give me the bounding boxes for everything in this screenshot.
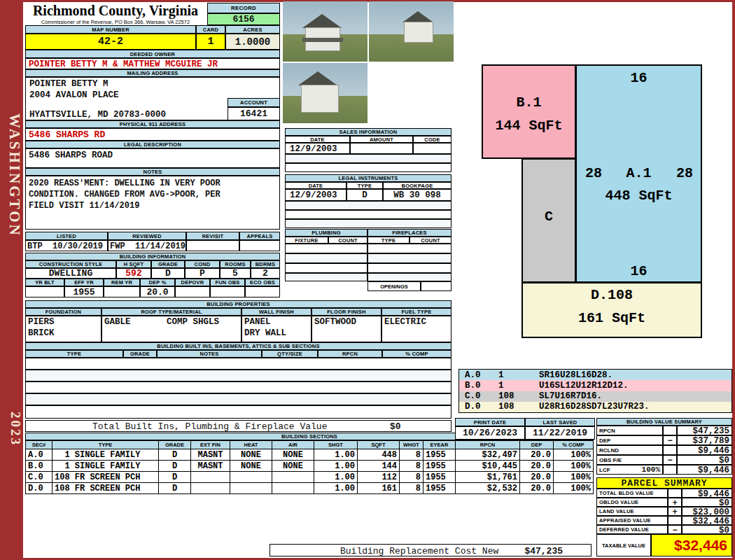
cell: NONE [272, 449, 314, 461]
mailing-line-2: 2004 AVALON PLACE [29, 90, 119, 100]
fuel-type-value: ELECTRIC [382, 316, 451, 328]
physical-address-value: 5486 SHARPS RD [25, 128, 280, 141]
legend-num: 108 [498, 391, 539, 401]
plumbing-empty-row [285, 263, 368, 273]
remyr-label: REM YR [104, 279, 140, 286]
roof-box: GABLE COMP SHGLS [102, 316, 241, 342]
legend-trace: SL7U16R7D16. [539, 391, 602, 401]
cell: D [159, 461, 191, 472]
cell: $32,497 [456, 449, 520, 461]
wall-finish-box: PANEL DRY WALL [241, 316, 312, 342]
ps-label-text: TOTAL BLDG VALUE [599, 490, 654, 496]
plumbing-fixture-label: FIXTURE [285, 237, 328, 244]
section-row-b: B.0 1 SINGLE FAMILY D MASNT NONE NONE 1.… [26, 461, 594, 472]
property-photo-rear[interactable] [283, 63, 368, 123]
plumbing-empty-row [285, 273, 368, 281]
vs-rclnd-label: RCLND [596, 445, 663, 455]
record-value: 6156 [207, 13, 280, 25]
vs-obs-label: OBS F/E [596, 455, 663, 465]
ps-total-bldg-value: $9,446 [682, 489, 732, 498]
vs-label-text: RPCN [599, 428, 615, 434]
sales-row-code [413, 143, 451, 154]
cell: 1955 [424, 449, 456, 461]
reviewed-label: REVIEWED [108, 232, 186, 240]
replacement-cost-label: Building Replacement Cost New [340, 546, 498, 556]
cell [272, 472, 314, 483]
foundation-label: FOUNDATION [25, 308, 102, 316]
building-properties-title: BUILDING PROPERTIES [25, 300, 451, 308]
bdrms-label: BDRMS [251, 260, 280, 268]
cell: 112 [358, 472, 400, 483]
built-ins-qty-label: QTY/SIZE [262, 350, 318, 358]
section-row-c: C.0 108 FR SCREEN PCH D 1.00 112 8 1955 … [26, 472, 594, 483]
cell: 108 FR SCREEN PCH [52, 472, 159, 483]
cell: 20.0 [520, 483, 554, 494]
vs-obs-op: − [663, 455, 677, 465]
built-ins-total-value: $0 [390, 421, 401, 432]
section-row-d: D.0 108 FR SCREEN PCH D 1.00 161 8 1955 … [26, 483, 594, 494]
fuel-type-box: ELECTRIC [382, 316, 451, 342]
cell: 1.00 [314, 461, 358, 472]
grade-label: GRADE [151, 260, 185, 268]
col-sec: SEC# [26, 441, 52, 449]
built-ins-type-label: TYPE [25, 350, 123, 358]
wall-finish-value-1: PANEL [242, 316, 311, 328]
taxable-value: $32,446 [674, 537, 727, 554]
card-label: CARD [196, 25, 225, 34]
last-saved-value: 11/22/2019 [525, 426, 595, 440]
ps-appraised-label: APPRAISED VALUE [596, 516, 668, 525]
ps-label-text: DEFERRED VALUE [599, 526, 649, 533]
funobs-value [210, 286, 245, 298]
fireplace-empty-row [368, 273, 451, 281]
ecoobs-label: ECO OBS [245, 279, 280, 286]
cell: NONE [230, 449, 272, 461]
building-information-title: BUILDING INFORMATION [25, 253, 280, 260]
built-ins-empty-row [25, 405, 451, 419]
photo-roof-shape [302, 14, 342, 28]
fuel-type-label: FUEL TYPE [382, 308, 451, 316]
card-value: 1 [196, 34, 225, 50]
ps-land-value: $23,000 [682, 507, 732, 516]
legend-sec: C.0 [459, 391, 498, 401]
property-photo-front[interactable] [283, 1, 368, 62]
appeals-label: APPEALS [239, 232, 280, 240]
effyr-value: 1955 [64, 286, 104, 298]
cell: MASNT [191, 449, 230, 461]
fireplace-empty-row [368, 244, 451, 253]
grade-value: D [151, 268, 185, 279]
property-photo-side[interactable] [369, 1, 454, 62]
built-ins-empty-row [25, 358, 451, 370]
construction-style-value: DWELLING [25, 268, 116, 279]
cell: 1 SINGLE FAMILY [52, 461, 159, 472]
built-ins-empty-row [25, 393, 451, 405]
legend-row-b: B.0 1 U16SL12U12R12D12. [459, 380, 732, 391]
sales-amount-label: AMOUNT [350, 136, 413, 143]
ps-land-op: + [668, 507, 682, 516]
sketch-a-label: A.1 [609, 165, 668, 181]
sales-row-date: 12/9/2003 [285, 143, 350, 154]
building-sections-table: SEC# TYPE GRADE EXT FIN HEAT AIR SHGT SQ… [25, 440, 594, 494]
col-whgt: WHGT [400, 441, 424, 449]
cell: 1 SINGLE FAMILY [52, 449, 159, 461]
fireplaces-title: FIREPLACES [368, 229, 451, 237]
openings-value [421, 281, 451, 291]
col-sqft: SQFT [358, 441, 400, 449]
hsqft-value: 592 [116, 268, 151, 279]
record-label: RECORD [207, 3, 280, 13]
ps-obldg-label: OBLDG VALUE [596, 498, 668, 507]
cell: 108 FR SCREEN PCH [52, 483, 159, 494]
sketch-a-dim-bottom: 16 [575, 263, 702, 279]
built-ins-empty-row [25, 370, 451, 382]
sales-row-amount [350, 143, 413, 154]
legend-sec: B.0 [459, 381, 498, 391]
legal-description-value: 5486 SHARPS ROAD [26, 149, 279, 162]
section-row-a: A.0 1 SINGLE FAMILY D MASNT NONE NONE 1.… [26, 449, 594, 461]
sketch-b-label: B.1 [482, 94, 576, 111]
rooms-value: 5 [220, 268, 251, 279]
photo-house-shape [404, 22, 433, 43]
vs-rpcn-op [663, 426, 677, 435]
dep-pct-value: 20.0 [140, 286, 175, 298]
legal-description-label: LEGAL DESCRIPTION [25, 141, 280, 148]
vs-lcf-label: LCF 100% [596, 465, 663, 475]
cell: 1.00 [314, 472, 358, 483]
